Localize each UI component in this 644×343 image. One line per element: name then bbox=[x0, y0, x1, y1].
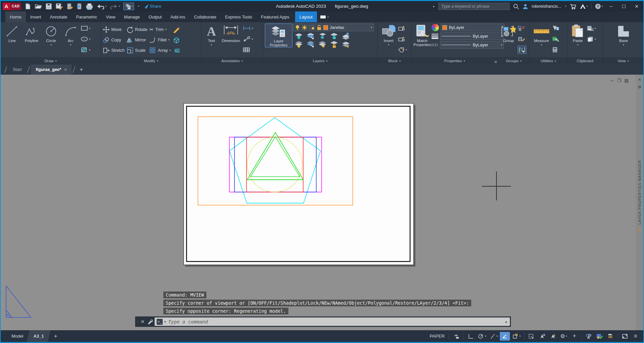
copy-clip-button[interactable]: ▾ bbox=[587, 35, 596, 43]
viewport-minimize-icon[interactable]: ─ bbox=[611, 78, 614, 83]
drawing-area[interactable]: ─ ❐ ▤ Command: MVIEW Specify corner of v… bbox=[1, 75, 643, 330]
panel-modify-footer[interactable]: Modify▾ bbox=[101, 57, 201, 65]
collapse-arrow-icon[interactable]: ▸ bbox=[433, 4, 435, 8]
define-attributes-button[interactable]: ▾ bbox=[398, 46, 407, 54]
user-dropdown[interactable]: ▾ bbox=[565, 5, 566, 8]
annotation-autoscale-toggle[interactable] bbox=[548, 332, 558, 341]
copy-button[interactable]: Copy bbox=[103, 37, 125, 43]
help-button[interactable]: ? ▾ bbox=[595, 3, 603, 9]
panel-annotation-footer[interactable]: Annotation▾ bbox=[202, 57, 263, 65]
tab-layout[interactable]: Layout bbox=[295, 11, 317, 22]
autocad-logo[interactable]: A CAD bbox=[3, 3, 21, 10]
search-input[interactable] bbox=[441, 4, 507, 9]
quick-calculator-button[interactable] bbox=[552, 46, 559, 54]
layer-unisolate-icon[interactable] bbox=[306, 41, 315, 48]
layout-a3-tab[interactable]: A3_1 bbox=[27, 330, 50, 342]
search-icon[interactable] bbox=[513, 3, 519, 9]
panel-draw-footer[interactable]: Draw▾ bbox=[1, 57, 100, 65]
match-properties-button[interactable]: Match Properties bbox=[413, 24, 431, 47]
panel-clipboard-footer[interactable]: Clipboard bbox=[567, 57, 603, 65]
measure-button[interactable]: Measure ▾ bbox=[532, 24, 551, 47]
arc-button[interactable]: Arc ▾ bbox=[61, 24, 80, 47]
autodesk-app-button[interactable]: ▾ bbox=[580, 4, 588, 9]
hatch-button[interactable]: ▾ bbox=[81, 46, 90, 54]
command-input[interactable] bbox=[167, 319, 503, 325]
multileader-button[interactable]: ▾ bbox=[243, 35, 253, 43]
stretch-button[interactable]: Stretch bbox=[103, 47, 125, 54]
tab-parametric[interactable]: Parametric bbox=[72, 11, 102, 22]
qat-customize-dropdown[interactable]: ▾ bbox=[138, 5, 139, 8]
minimize-button[interactable]: ─ bbox=[606, 4, 616, 9]
command-input-field[interactable]: >_ ▾ ▲ bbox=[155, 317, 510, 326]
layer-match-icon[interactable] bbox=[341, 41, 350, 48]
viewport-menu-icon[interactable]: ▤ bbox=[625, 78, 629, 83]
layer-dropdown[interactable]: Janelas ▾ bbox=[293, 24, 374, 31]
layer-make-current-icon[interactable] bbox=[341, 32, 350, 40]
lineweight-dropdown[interactable]: ByLayer ▾ bbox=[440, 32, 504, 40]
layer-properties-button[interactable]: Layer Properties bbox=[265, 24, 292, 47]
insert-button[interactable]: Insert ▾ bbox=[380, 24, 397, 47]
trim-button[interactable]: ✂Trim▾ bbox=[149, 27, 171, 33]
redo-dropdown[interactable]: ▾ bbox=[119, 5, 120, 8]
space-mode-label[interactable]: PAPER bbox=[430, 334, 445, 339]
dimension-button[interactable]: Dimension bbox=[220, 24, 242, 43]
isolate-objects-toggle[interactable] bbox=[584, 332, 594, 341]
layer-unlock-icon[interactable] bbox=[330, 41, 338, 48]
tab-annotate[interactable]: Annotate bbox=[45, 11, 72, 22]
palette-settings-icon[interactable]: ⚙ bbox=[638, 85, 642, 89]
tab-express-tools[interactable]: Express Tools bbox=[221, 11, 257, 22]
fillet-button[interactable]: Fillet▾ bbox=[149, 37, 171, 43]
user-avatar-icon[interactable] bbox=[522, 3, 528, 9]
signed-in-user[interactable]: roloreisfrancis... bbox=[532, 4, 561, 9]
grid-display-toggle[interactable] bbox=[451, 332, 461, 341]
tab-collaborate[interactable]: Collaborate bbox=[190, 11, 221, 22]
file-tab-close-icon[interactable]: ✕ bbox=[64, 68, 67, 72]
save-button[interactable] bbox=[45, 3, 52, 10]
viewport-restore-icon[interactable]: ❐ bbox=[617, 78, 621, 83]
recent-commands-dropdown[interactable]: ▾ bbox=[164, 320, 166, 323]
file-tab-document[interactable]: figuras_geo* ✕ bbox=[31, 65, 72, 75]
maximize-button[interactable]: ☐ bbox=[619, 4, 629, 9]
quick-select-button[interactable] bbox=[552, 24, 559, 32]
ortho-mode-toggle[interactable] bbox=[466, 332, 476, 341]
undo-button[interactable]: ▾ bbox=[96, 3, 107, 9]
move-button[interactable]: Move bbox=[103, 26, 125, 33]
layout-switch-button[interactable]: ▾ bbox=[123, 3, 134, 10]
layout-paper[interactable] bbox=[184, 103, 414, 265]
create-block-button[interactable] bbox=[398, 24, 407, 32]
scale-button[interactable]: Scale bbox=[127, 47, 148, 54]
close-button[interactable]: ✕ bbox=[632, 4, 641, 9]
new-file-button[interactable] bbox=[25, 3, 31, 10]
tab-add-ins[interactable]: Add-ins bbox=[166, 11, 190, 22]
save-to-web-mobile-button[interactable] bbox=[76, 3, 82, 10]
share-button[interactable]: Share bbox=[143, 3, 161, 9]
model-tab[interactable]: Model bbox=[8, 330, 27, 342]
customization-plus-button[interactable]: + bbox=[569, 332, 579, 341]
layer-lock-small-icon[interactable] bbox=[330, 32, 338, 40]
command-prompt-icon[interactable]: >_ bbox=[157, 319, 163, 325]
object-snap-toggle[interactable]: ▾ bbox=[511, 332, 522, 341]
group-button[interactable]: Group bbox=[500, 24, 517, 43]
panel-block-footer[interactable]: Block▾ bbox=[378, 57, 411, 65]
group-edit-button[interactable] bbox=[518, 35, 526, 43]
layer-dropdown-arrow[interactable]: ▾ bbox=[371, 26, 372, 29]
paste-button[interactable]: Paste ▾ bbox=[569, 24, 586, 47]
panel-groups-footer[interactable]: Groups▾ bbox=[498, 57, 529, 65]
tab-home[interactable]: Home bbox=[5, 11, 26, 22]
layer-thaw-icon[interactable] bbox=[318, 41, 327, 48]
table-button[interactable] bbox=[243, 46, 253, 54]
line-button[interactable]: Line bbox=[3, 24, 22, 43]
layer-freeze-icon[interactable] bbox=[318, 32, 327, 40]
workspace-switching[interactable]: ⚙▾ bbox=[559, 332, 569, 341]
tab-manage[interactable]: Manage bbox=[120, 11, 144, 22]
layer-isolate-icon[interactable] bbox=[306, 32, 315, 40]
polyline-button[interactable]: Polyline bbox=[22, 24, 41, 43]
plot-button[interactable] bbox=[86, 3, 93, 10]
group-selection-toggle[interactable] bbox=[518, 46, 526, 54]
rectangle-button[interactable]: ▾ bbox=[81, 24, 90, 32]
annotation-visibility-toggle[interactable] bbox=[537, 332, 547, 341]
edit-block-button[interactable] bbox=[398, 35, 407, 43]
new-layout-button[interactable]: + bbox=[51, 330, 61, 342]
undo-dropdown[interactable]: ▾ bbox=[105, 5, 107, 8]
select-similar-button[interactable] bbox=[552, 35, 559, 43]
